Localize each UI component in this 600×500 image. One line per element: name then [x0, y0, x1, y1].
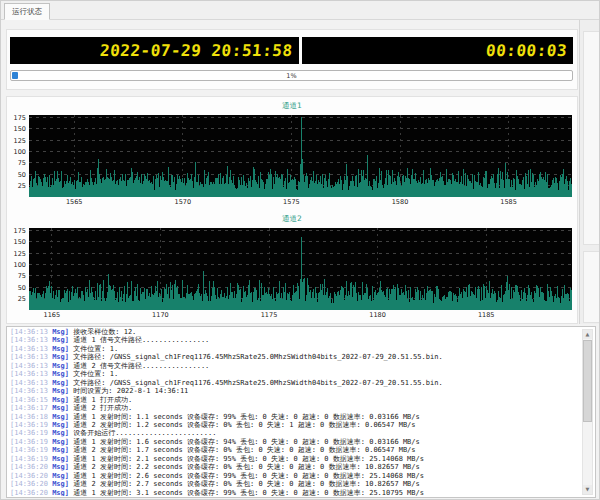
log-timestamp: [14:36:13 [10, 379, 52, 387]
log-timestamp: [14:36:13 [10, 328, 52, 336]
log-text: 通道 1 发射时间: 1.6 seconds 设备缓存: 94% 丢包: 0 失… [73, 438, 420, 446]
log-timestamp: [14:36:17 [10, 404, 52, 412]
x-axis-tick: 1570 [168, 198, 198, 206]
log-timestamp: [14:36:20 [10, 472, 52, 480]
chart-title: 通道1 [7, 101, 577, 111]
y-axis-tick: 150 [7, 238, 26, 246]
log-tag: Msg] [52, 438, 69, 446]
scrollbar-down-icon[interactable]: ▼ [583, 485, 592, 494]
y-axis-tick: 175 [7, 114, 26, 122]
log-entry: [14:36:13 Msg] 时间设置为: 2022-8-1 14:36:11 [10, 387, 579, 395]
spectrum-plot [29, 228, 572, 310]
y-axis-tick: 50 [7, 284, 26, 292]
log-entry: [14:36:19 Msg] 通道 1 发射时间: 2.1 seconds 设备… [10, 455, 579, 463]
cropped-panel-bottom [583, 251, 600, 323]
log-text: 文件路径: /GNSS_signal_ch1Freq1176.45MhzSRat… [73, 353, 442, 361]
charts-panel: 通道12550751001251501751565157015751580158… [6, 96, 578, 324]
log-tag: Msg] [52, 413, 69, 421]
log-text: 通道 1 发射时间: 1.1 seconds 设备缓存: 99% 丢包: 0 失… [73, 413, 420, 421]
tab-running-status[interactable]: 运行状态 [4, 3, 50, 20]
log-text: 通道 2 发射时间: 2.2 seconds 设备缓存: 0% 丢包: 0 失速… [73, 463, 420, 471]
log-timestamp: [14:36:13 [10, 345, 52, 353]
log-scrollbar[interactable]: ▲ ▼ [582, 329, 593, 495]
log-tag: Msg] [52, 345, 69, 353]
y-axis-tick: 100 [7, 261, 26, 269]
log-entry: [14:36:13 Msg] 文件路径: /GNSS_signal_ch1Fre… [10, 353, 579, 361]
x-axis-tick: 1185 [471, 311, 501, 319]
y-axis-tick: 175 [7, 227, 26, 235]
x-axis-tick: 1580 [385, 198, 415, 206]
log-entry: [14:36:20 Msg] 通道 1 发射时间: 3.1 seconds 设备… [10, 489, 579, 496]
right-panel-sliver [579, 20, 600, 324]
progress-bar: 1% [10, 70, 573, 81]
y-axis-tick: 75 [7, 272, 26, 280]
log-timestamp: [14:36:19 [10, 455, 52, 463]
log-entry: [14:36:20 Msg] 通道 2 发射时间: 2.2 seconds 设备… [10, 463, 579, 471]
log-timestamp: [14:36:13 [10, 370, 52, 378]
log-text: 文件路径: /GNSS_signal_ch1Freq1176.45MhzSRat… [73, 379, 442, 387]
log-entry: [14:36:20 Msg] 通道 2 发射时间: 2.7 seconds 设备… [10, 480, 579, 488]
log-text: 通道 2 信号文件路径................ [73, 362, 209, 370]
log-entry: [14:36:18 Msg] 通道 1 发射时间: 1.1 seconds 设备… [10, 413, 579, 421]
scrollbar-up-icon[interactable]: ▲ [583, 330, 592, 339]
log-text: 通道 1 信号文件路径................ [73, 336, 209, 344]
log-entry: [14:36:13 Msg] 通道 1 信号文件路径..............… [10, 336, 579, 344]
x-axis-tick: 1165 [37, 311, 67, 319]
log-text: 文件位置: 1. [73, 345, 118, 353]
log-timestamp: [14:36:20 [10, 489, 52, 496]
y-axis-tick: 125 [7, 137, 26, 145]
log-entry: [14:36:19 Msg] 设备开始运行...................… [10, 429, 579, 437]
datetime-lcd-text: 2022-07-29 20:51:58 [100, 41, 294, 60]
y-axis-tick: 100 [7, 148, 26, 156]
log-entry: [14:36:13 Msg] 文件位置: 1. [10, 370, 579, 378]
log-text: 时间设置为: 2022-8-1 14:36:11 [73, 387, 188, 395]
progress-label: 1% [11, 71, 572, 81]
log-tag: Msg] [52, 379, 69, 387]
log-timestamp: [14:36:15 [10, 396, 52, 404]
log-tag: Msg] [52, 370, 69, 378]
log-tag: Msg] [52, 387, 69, 395]
log-list: [14:36:13 Msg] 接收采样位数: 12.[14:36:13 Msg]… [10, 328, 579, 496]
log-text: 通道 1 打开成功. [73, 396, 132, 404]
log-timestamp: [14:36:13 [10, 353, 52, 361]
log-timestamp: [14:36:13 [10, 387, 52, 395]
scrollbar-thumb[interactable] [583, 340, 592, 422]
log-tag: Msg] [52, 463, 69, 471]
log-tag: Msg] [52, 353, 69, 361]
y-axis-tick: 75 [7, 159, 26, 167]
log-timestamp: [14:36:13 [10, 362, 52, 370]
log-tag: Msg] [52, 429, 69, 437]
log-tag: Msg] [52, 396, 69, 404]
x-axis-tick: 1565 [59, 198, 89, 206]
log-tag: Msg] [52, 472, 69, 480]
log-text: 通道 2 发射时间: 1.2 seconds 设备缓存: 0% 丢包: 0 失速… [73, 421, 415, 429]
log-text: 文件位置: 1. [73, 370, 118, 378]
log-text: 设备开始运行........................ [73, 429, 216, 437]
log-timestamp: [14:36:20 [10, 463, 52, 471]
log-tag: Msg] [52, 480, 69, 488]
log-panel[interactable]: [14:36:13 Msg] 接收采样位数: 12.[14:36:13 Msg]… [6, 326, 596, 498]
elapsed-lcd-text: 00:00:03 [485, 41, 568, 60]
spectrum-plot [29, 115, 572, 197]
log-timestamp: [14:36:20 [10, 480, 52, 488]
y-axis-tick: 150 [7, 125, 26, 133]
app-window: 运行状态 2022-07-29 20:51:58 00:00:03 1% 通道1… [0, 0, 600, 500]
log-entry: [14:36:17 Msg] 通道 2 打开成功. [10, 404, 579, 412]
log-timestamp: [14:36:19 [10, 446, 52, 454]
log-text: 通道 2 发射时间: 2.7 seconds 设备缓存: 0% 丢包: 0 失速… [73, 480, 420, 488]
log-tag: Msg] [52, 421, 69, 429]
log-text: 通道 2 发射时间: 1.7 seconds 设备缓存: 0% 丢包: 0 失速… [73, 446, 415, 454]
log-entry: [14:36:15 Msg] 通道 1 打开成功. [10, 396, 579, 404]
log-text: 通道 1 发射时间: 2.6 seconds 设备缓存: 99% 丢包: 0 失… [73, 472, 424, 480]
log-tag: Msg] [52, 446, 69, 454]
log-tag: Msg] [52, 455, 69, 463]
clock-panel: 2022-07-29 20:51:58 00:00:03 1% [6, 29, 578, 90]
log-entry: [14:36:13 Msg] 通道 2 信号文件路径..............… [10, 362, 579, 370]
log-tag: Msg] [52, 328, 69, 336]
x-axis-tick: 1585 [494, 198, 524, 206]
log-text: 接收采样位数: 12. [73, 328, 136, 336]
log-text: 通道 2 打开成功. [73, 404, 132, 412]
channel2-chart: 通道22550751001251501751165117011751180118… [7, 210, 577, 324]
log-entry: [14:36:13 Msg] 文件路径: /GNSS_signal_ch1Fre… [10, 379, 579, 387]
x-axis-tick: 1180 [363, 311, 393, 319]
